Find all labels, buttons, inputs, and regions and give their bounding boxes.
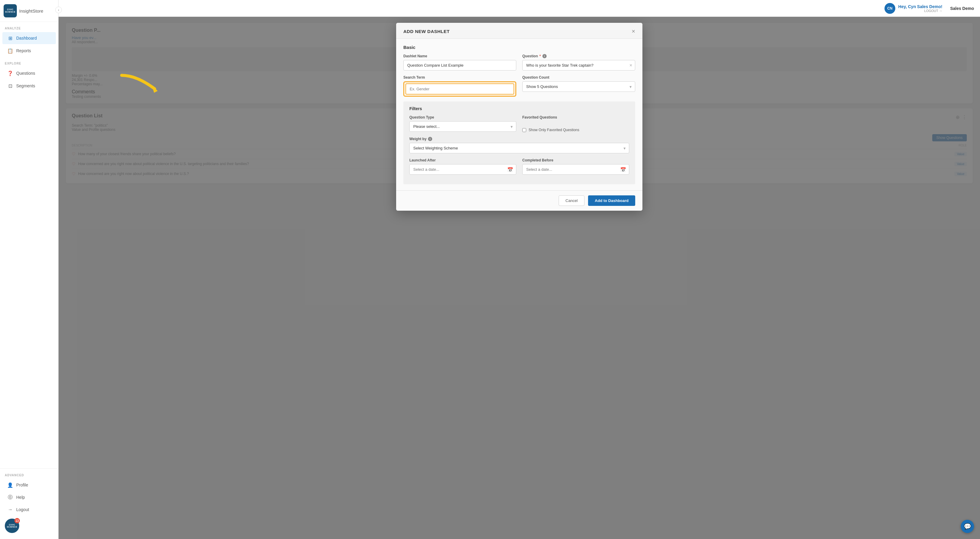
help-icon: ⓪ (7, 494, 13, 500)
advanced-section-label: ADVANCED (0, 469, 58, 479)
chat-icon[interactable]: 💬 (961, 520, 974, 533)
launched-after-group: Launched After 📅 (409, 158, 516, 175)
sidebar-item-profile[interactable]: 👤 Profile (2, 479, 56, 491)
dashboard-icon: ⊞ (7, 35, 13, 41)
logout-icon: → (7, 507, 13, 513)
question-group: Question * i × (522, 54, 635, 71)
favorited-checkbox-label: Show Only Favorited Questions (528, 128, 579, 132)
modal-overlay: ADD NEW DASHLET × Basic Dashlet Name (59, 17, 980, 539)
sidebar-item-label: Profile (16, 483, 28, 487)
analyze-section-label: ANALYZE (0, 22, 58, 32)
form-row-2: Search Term Question Count Show 5 Questi… (403, 75, 635, 97)
form-row-1: Dashlet Name Question * i × (403, 54, 635, 71)
completed-before-label: Completed Before (522, 158, 629, 162)
add-to-dashboard-button[interactable]: Add to Dashboard (588, 195, 635, 206)
info-icon: i (542, 54, 547, 58)
civic-badge-logo: CIVICSCIENCE (7, 524, 18, 528)
modal-footer: Cancel Add to Dashboard (396, 190, 643, 211)
svg-marker-0 (152, 85, 158, 93)
dashlet-name-input[interactable] (403, 60, 516, 71)
search-term-group: Search Term (403, 75, 516, 97)
launched-after-calendar-icon[interactable]: 📅 (507, 166, 513, 172)
sidebar-collapse-button[interactable]: ‹ (55, 6, 62, 13)
explore-section-label: EXPLORE (0, 57, 58, 67)
sidebar-item-logout[interactable]: → Logout (2, 504, 56, 515)
search-term-input[interactable] (406, 83, 514, 95)
add-dashlet-modal: ADD NEW DASHLET × Basic Dashlet Name (396, 23, 643, 211)
question-count-group: Question Count Show 5 Questions Show 10 … (522, 75, 635, 97)
launched-after-label: Launched After (409, 158, 516, 162)
user-avatar: CN (885, 3, 895, 14)
user-name: Hey, Cyn Sales Demo! (898, 4, 942, 9)
segments-icon: ⊡ (7, 83, 13, 89)
annotation-arrow (119, 72, 185, 99)
launched-after-input-wrapper: 📅 (409, 164, 516, 175)
completed-before-calendar-icon[interactable]: 📅 (620, 166, 626, 172)
question-count-label: Question Count (522, 75, 635, 79)
sidebar-item-label: Segments (16, 83, 35, 88)
favorited-checkbox-group: Show Only Favorited Questions (522, 128, 629, 132)
modal-body: Basic Dashlet Name Question * i (396, 39, 643, 190)
basic-section-label: Basic (403, 45, 635, 50)
question-count-select-wrapper: Show 5 Questions Show 10 Questions Show … (522, 81, 635, 92)
modal-header: ADD NEW DASHLET × (396, 23, 643, 39)
sidebar-logo: CIVICSCIENCE InsightStore ‹ (0, 0, 58, 22)
favorited-label: Favorited Questions (522, 115, 629, 119)
filters-label: Filters (409, 106, 629, 111)
topbar: CN Hey, Cyn Sales Demo! LOGOUT → Sales D… (59, 0, 980, 17)
modal-close-button[interactable]: × (632, 28, 635, 34)
brand-name: InsightStore (19, 8, 43, 14)
weight-by-select-wrapper: Select Weighting Scheme ▾ (409, 143, 629, 153)
logout-link[interactable]: LOGOUT → (898, 9, 942, 13)
weight-info-icon: i (428, 137, 432, 141)
sidebar-item-dashboard[interactable]: ⊞ Dashboard (2, 32, 56, 44)
question-input-wrapper: × (522, 60, 635, 71)
sidebar-item-help[interactable]: ⓪ Help (2, 491, 56, 503)
launched-after-input[interactable] (409, 164, 516, 175)
sidebar-item-reports[interactable]: 📋 Reports (2, 45, 56, 57)
main-content: CN Hey, Cyn Sales Demo! LOGOUT → Sales D… (59, 0, 980, 539)
question-type-label: Question Type (409, 115, 516, 119)
modal-title: ADD NEW DASHLET (403, 29, 450, 34)
required-star: * (539, 54, 541, 58)
question-count-select[interactable]: Show 5 Questions Show 10 Questions Show … (522, 81, 635, 92)
completed-before-input[interactable] (522, 164, 629, 175)
reports-icon: 📋 (7, 48, 13, 54)
dashlet-name-label: Dashlet Name (403, 54, 516, 58)
sidebar-item-label: Reports (16, 48, 31, 53)
sidebar-item-questions[interactable]: ❓ Questions (2, 67, 56, 79)
favorited-checkbox[interactable] (522, 128, 526, 132)
sidebar-item-label: Questions (16, 71, 35, 76)
sidebar: CIVICSCIENCE InsightStore ‹ ANALYZE ⊞ Da… (0, 0, 59, 539)
weight-by-label: Weight by i (409, 137, 629, 141)
sidebar-bottom: ADVANCED 👤 Profile ⓪ Help → Logout CIVIC… (0, 468, 58, 539)
question-type-group: Question Type Please select... ▾ (409, 115, 516, 132)
question-label: Question * i (522, 54, 635, 58)
filters-row-2: Weight by i Select Weighting Scheme ▾ (409, 137, 629, 153)
cancel-button[interactable]: Cancel (558, 195, 584, 206)
completed-before-group: Completed Before 📅 (522, 158, 629, 175)
sidebar-item-label: Dashboard (16, 36, 37, 41)
questions-icon: ❓ (7, 70, 13, 76)
org-name: Sales Demo (950, 6, 974, 11)
question-clear-button[interactable]: × (630, 63, 632, 68)
question-type-select-wrapper: Please select... ▾ (409, 121, 516, 132)
page-background: Question P... Have you ev... All respond… (59, 17, 980, 539)
sidebar-item-segments[interactable]: ⊡ Segments (2, 80, 56, 92)
topbar-user: CN Hey, Cyn Sales Demo! LOGOUT → Sales D… (885, 3, 974, 14)
filters-row-1: Question Type Please select... ▾ Favorit… (409, 115, 629, 132)
question-type-select[interactable]: Please select... (409, 121, 516, 132)
arrow-annotation (119, 72, 185, 100)
sidebar-item-label: Help (16, 495, 25, 500)
completed-before-input-wrapper: 📅 (522, 164, 629, 175)
user-info: Hey, Cyn Sales Demo! LOGOUT → (898, 4, 942, 13)
weight-by-select[interactable]: Select Weighting Scheme (409, 143, 629, 153)
civic-logo: CIVICSCIENCE (3, 4, 17, 17)
civic-badge[interactable]: CIVICSCIENCE 13 (5, 518, 19, 533)
dashlet-name-group: Dashlet Name (403, 54, 516, 71)
badge-count: 13 (14, 518, 20, 523)
profile-icon: 👤 (7, 482, 13, 488)
civic-logo-text: CIVICSCIENCE (5, 8, 16, 13)
question-input[interactable] (522, 60, 635, 71)
favorited-group: Favorited Questions Show Only Favorited … (522, 115, 629, 132)
